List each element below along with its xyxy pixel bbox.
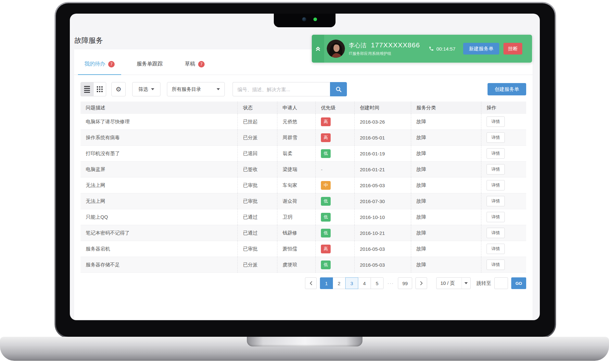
detail-button[interactable]: 详情 xyxy=(487,148,505,159)
cell-priority: 高 xyxy=(315,241,354,257)
cell-applicant: 萧恒儒 xyxy=(277,241,315,257)
header-cell: 操作 xyxy=(481,102,526,114)
laptop-mockup: 故障服务 我的待办 7 服务单跟踪 草稿 7 xyxy=(0,0,609,364)
page-button[interactable]: 1 xyxy=(320,277,333,289)
detail-button[interactable]: 详情 xyxy=(487,196,505,206)
go-button[interactable]: GO xyxy=(511,277,526,289)
search-icon xyxy=(336,86,342,92)
settings-button[interactable]: ⚙ xyxy=(111,82,126,96)
page-button[interactable]: 5 xyxy=(371,277,384,289)
priority-badge: 高 xyxy=(321,117,331,126)
detail-button[interactable]: 详情 xyxy=(487,228,505,238)
collapse-icon xyxy=(316,46,320,51)
new-ticket-button[interactable]: 新建服务单 xyxy=(463,43,499,55)
page-button[interactable]: 2 xyxy=(333,277,346,289)
page-size-select[interactable]: 10 / 页 xyxy=(436,277,471,289)
cell-created-time: 2016-05-01 xyxy=(354,130,411,145)
cell-description: 无法上网 xyxy=(81,193,237,209)
cell-status: 已分派 xyxy=(237,130,277,145)
cell-service-category: 故障 xyxy=(411,130,481,145)
cell-created-time: 2016-05-03 xyxy=(354,177,411,193)
cell-description: 打印机没有墨了 xyxy=(81,146,237,161)
cell-service-category: 故障 xyxy=(411,146,481,161)
tab-my-todo[interactable]: 我的待办 7 xyxy=(82,61,117,75)
detail-button[interactable]: 详情 xyxy=(487,116,505,127)
cell-service-category: 故障 xyxy=(411,241,481,257)
priority-none: - xyxy=(321,167,323,172)
call-duration: 00:14:57 xyxy=(437,46,455,52)
caller-group: IT服务部应用系统维护组 xyxy=(349,51,420,56)
page-button[interactable]: 3 xyxy=(345,277,358,289)
cell-description: 服务器存储不足 xyxy=(81,257,237,273)
cell-service-category: 故障 xyxy=(411,193,481,209)
phone-icon xyxy=(429,46,434,51)
cell-description: 操作系统有病毒 xyxy=(81,130,237,145)
camera-led-icon xyxy=(313,18,317,21)
prev-page-button[interactable] xyxy=(305,277,317,289)
cell-created-time: 2016-01-19 xyxy=(354,146,411,161)
tab-ticket-tracking[interactable]: 服务单跟踪 xyxy=(135,61,165,75)
cell-created-time: 2016-03-26 xyxy=(354,114,411,129)
detail-button[interactable]: 详情 xyxy=(487,132,505,143)
cell-description: 电脑坏了请尽快修理 xyxy=(81,114,237,129)
table-row: 操作系统有病毒 已分派 周群雪 高 2016-05-01 故障 详情 xyxy=(81,130,526,146)
catalog-select[interactable]: 所有服务目录 xyxy=(167,82,225,96)
detail-button[interactable]: 详情 xyxy=(487,180,505,190)
cell-priority: 低 xyxy=(315,257,354,273)
cell-priority: 高 xyxy=(315,130,354,145)
header-cell: 优先级 xyxy=(315,102,354,114)
detail-button[interactable]: 详情 xyxy=(487,260,505,270)
tab-drafts[interactable]: 草稿 7 xyxy=(183,61,207,75)
create-ticket-button[interactable]: 创建服务单 xyxy=(488,83,526,95)
jump-page-input[interactable] xyxy=(494,277,508,289)
cell-priority: 高 xyxy=(315,114,354,129)
jump-to-label: 跳转至 xyxy=(476,280,491,286)
next-page-button[interactable] xyxy=(415,277,427,289)
list-view-button[interactable] xyxy=(81,82,94,96)
list-view-icon xyxy=(84,86,90,93)
filter-dropdown[interactable]: 筛选 xyxy=(132,82,160,96)
header-cell: 服务分类 xyxy=(411,102,481,114)
tab-count-badge: 7 xyxy=(108,61,115,67)
detail-button[interactable]: 详情 xyxy=(487,244,505,254)
screen: 故障服务 我的待办 7 服务单跟踪 草稿 7 xyxy=(70,14,540,320)
page-size-value: 10 / 页 xyxy=(437,280,462,286)
cell-created-time: 2016-05-03 xyxy=(354,257,411,273)
caller-identity: 李心洁 177XXXXX866 IT服务部应用系统维护组 xyxy=(349,41,420,56)
grid-view-button[interactable] xyxy=(93,82,106,96)
cell-service-category: 故障 xyxy=(411,209,481,225)
cell-priority: 低 xyxy=(315,225,354,241)
view-toggle xyxy=(81,82,106,96)
page-last-button[interactable]: 99 xyxy=(398,277,412,289)
cell-status: 已退回 xyxy=(237,146,277,161)
cell-applicant: 周群雪 xyxy=(277,130,315,145)
cell-priority: 低 xyxy=(315,193,354,209)
priority-badge: 低 xyxy=(321,213,331,222)
tab-label: 草稿 xyxy=(185,61,195,67)
search-button[interactable] xyxy=(330,82,347,96)
toolbar: ⚙ 筛选 所有服务目录 xyxy=(81,82,526,96)
cell-applicant: 谢众荷 xyxy=(277,193,315,209)
tab-label: 服务单跟踪 xyxy=(137,61,163,67)
cell-status: 已审批 xyxy=(237,177,277,193)
priority-badge: 低 xyxy=(321,197,331,206)
caret-down-icon xyxy=(217,88,220,90)
cell-service-category: 故障 xyxy=(411,114,481,129)
cell-service-category: 故障 xyxy=(411,225,481,241)
ticket-table: 问题描述状态申请人优先级创建时间服务分类操作 电脑坏了请尽快修理 已挂起 元侨悠… xyxy=(81,102,526,273)
page-button[interactable]: 4 xyxy=(358,277,371,289)
filter-label: 筛选 xyxy=(138,86,148,92)
hangup-button[interactable]: 挂断 xyxy=(503,43,522,55)
detail-button[interactable]: 详情 xyxy=(487,164,505,175)
cell-priority: 低 xyxy=(315,209,354,225)
caller-phone: 177XXXXX866 xyxy=(371,41,420,49)
cell-status: 已签收 xyxy=(237,162,277,177)
cell-service-category: 故障 xyxy=(411,177,481,193)
header-cell: 状态 xyxy=(237,102,277,114)
call-notification-bar: 李心洁 177XXXXX866 IT服务部应用系统维护组 00:14:57 新建… xyxy=(312,35,532,63)
collapse-call-bar-button[interactable] xyxy=(312,35,324,63)
search-input[interactable] xyxy=(233,82,330,96)
cell-status: 已通过 xyxy=(237,209,277,225)
detail-button[interactable]: 详情 xyxy=(487,212,505,222)
cell-description: 电脑蓝屏 xyxy=(81,162,237,177)
